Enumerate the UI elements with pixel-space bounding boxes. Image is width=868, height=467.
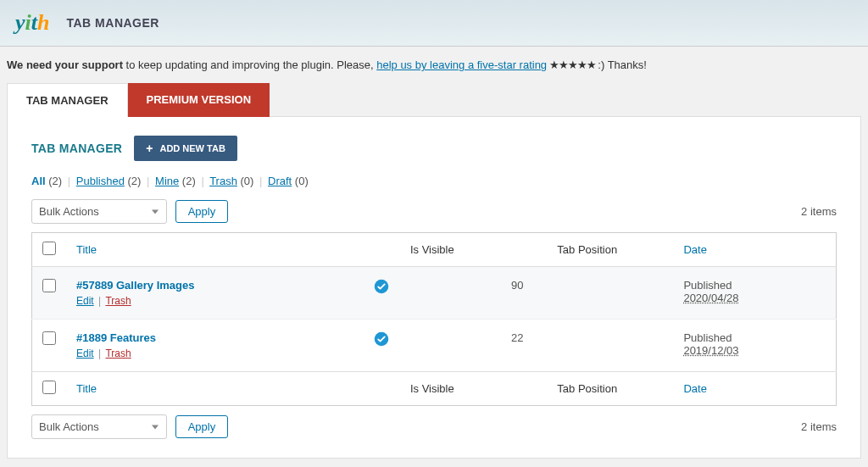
logo: yith (15, 10, 49, 36)
filter-mine[interactable]: Mine (155, 175, 179, 187)
item-count-top: 2 items (801, 205, 837, 218)
tablenav-bottom: Bulk Actions Apply 2 items (31, 414, 837, 439)
filter-trash[interactable]: Trash (209, 175, 237, 187)
tabs-table: Title Is Visible Tab Position Date #5788… (31, 232, 837, 406)
col-visible-head: Is Visible (364, 233, 502, 267)
apply-button-bottom[interactable]: Apply (175, 415, 229, 438)
row-edit-link[interactable]: Edit (76, 347, 94, 359)
bulk-actions-select-bottom[interactable]: Bulk Actions (31, 414, 167, 439)
header-bar: yith TAB MANAGER (0, 0, 868, 47)
rating-link[interactable]: help us by leaving a five-star rating (376, 58, 547, 71)
row-checkbox[interactable] (42, 331, 56, 345)
filter-links: All (2) | Published (2) | Mine (2) | Tra… (31, 175, 837, 187)
row-title-link[interactable]: #1889 Features (76, 331, 156, 344)
select-all-top[interactable] (42, 242, 56, 255)
col-title-foot[interactable]: Title (66, 372, 364, 406)
col-date-foot[interactable]: Date (673, 372, 836, 406)
add-new-tab-button[interactable]: + ADD NEW TAB (134, 136, 237, 161)
row-trash-link[interactable]: Trash (105, 347, 131, 359)
filter-all[interactable]: All (31, 175, 46, 187)
row-checkbox[interactable] (42, 279, 56, 292)
col-position-foot: Tab Position (501, 372, 673, 406)
star-icons: ★★★★★ (547, 58, 598, 71)
row-position: 90 (501, 267, 673, 320)
col-visible-foot: Is Visible (364, 372, 502, 406)
row-status: Published (683, 331, 732, 344)
row-date: 2020/04/28 (683, 292, 738, 304)
main-panel: TAB MANAGER + ADD NEW TAB All (2) | Publ… (7, 116, 861, 459)
check-icon (374, 336, 389, 349)
item-count-bottom: 2 items (801, 420, 837, 433)
apply-button-top[interactable]: Apply (175, 200, 229, 223)
tablenav-top: Bulk Actions Apply 2 items (31, 199, 837, 224)
col-date-head[interactable]: Date (673, 233, 836, 267)
row-status: Published (683, 279, 732, 292)
row-trash-link[interactable]: Trash (105, 295, 131, 307)
tab-manager[interactable]: TAB MANAGER (7, 83, 128, 117)
check-icon (374, 284, 389, 297)
row-title-link[interactable]: #57889 Gallery Images (76, 279, 195, 292)
bulk-actions-select[interactable]: Bulk Actions (31, 199, 167, 224)
page-title: TAB MANAGER (66, 16, 159, 30)
support-notice: We need your support to keep updating an… (0, 47, 868, 83)
filter-published[interactable]: Published (76, 175, 125, 187)
support-bold: We need your support (7, 58, 123, 71)
table-row: #57889 Gallery Images Edit | Trash 90 Pu… (32, 267, 837, 320)
row-edit-link[interactable]: Edit (76, 295, 94, 307)
tab-premium[interactable]: PREMIUM VERSION (128, 83, 270, 117)
col-position-head: Tab Position (501, 233, 673, 267)
select-all-bottom[interactable] (42, 381, 56, 394)
row-date: 2019/12/03 (683, 344, 738, 357)
row-position: 22 (501, 320, 673, 372)
col-title-head[interactable]: Title (66, 233, 364, 267)
tab-nav: TAB MANAGER PREMIUM VERSION (7, 83, 861, 117)
filter-draft[interactable]: Draft (268, 175, 292, 187)
table-row: #1889 Features Edit | Trash 22 Published (32, 320, 837, 372)
plus-icon: + (146, 142, 153, 155)
panel-heading: TAB MANAGER (31, 142, 122, 155)
